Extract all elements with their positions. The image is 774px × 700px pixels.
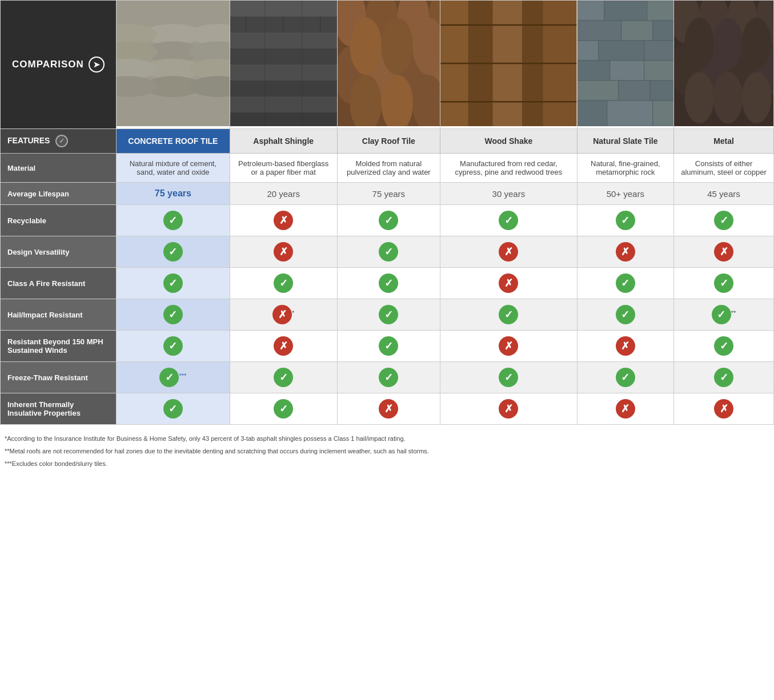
asphalt-roof-img	[230, 1, 337, 126]
wind-row-label: Resistant Beyond 150 MPH Sustained Winds	[1, 331, 117, 362]
wind-row: Resistant Beyond 150 MPH Sustained Winds…	[1, 331, 774, 362]
col-label-slate: Natural Slate Tile	[593, 136, 657, 146]
check-icon: ✓	[274, 368, 293, 387]
recyclable-row-label: Recyclable	[1, 205, 117, 236]
check-icon: ✓	[163, 305, 183, 324]
col-label-wood: Wood Shake	[484, 136, 532, 146]
check-icon: ✓	[616, 211, 635, 230]
fire-row-label: Class A Fire Resistant	[1, 268, 117, 299]
thermal-asphalt: ✓	[230, 393, 337, 425]
x-icon: ✗	[499, 273, 518, 293]
x-icon: ✗	[274, 242, 293, 262]
thermal-row: Inherent Thermally Insulative Properties…	[1, 393, 774, 425]
wind-clay: ✓	[337, 331, 440, 362]
wind-slate: ✗	[577, 331, 674, 362]
x-icon: ✗	[499, 399, 518, 419]
svg-rect-54	[440, 1, 576, 126]
wind-asphalt: ✗	[230, 331, 337, 362]
x-icon: ✗	[616, 242, 635, 262]
svg-rect-13	[117, 1, 230, 126]
comparison-arrow-icon: ➤	[89, 57, 105, 73]
check-icon: ✓	[712, 305, 731, 324]
check-icon: ✓	[714, 211, 733, 230]
lifespan-wood-val: 30 years	[492, 189, 526, 199]
thermal-clay: ✗	[337, 393, 440, 425]
design-clay: ✓	[337, 236, 440, 268]
x-icon: ✗	[274, 211, 293, 230]
thermal-metal: ✗	[674, 393, 774, 425]
thermal-wood: ✗	[440, 393, 577, 425]
material-asphalt: Petroleum-based fiberglass or a paper fi…	[230, 154, 337, 183]
image-header-row: COMPARISON ➤	[1, 1, 774, 129]
check-icon: ✓	[159, 368, 179, 387]
fire-metal: ✓	[674, 268, 774, 299]
material-concrete: Natural mixture of cement, sand, water a…	[116, 154, 230, 183]
footnote-3: ***Excludes color bonded/slurry tiles.	[2, 456, 772, 468]
comparison-table: COMPARISON ➤	[0, 0, 774, 425]
check-icon: ✓	[379, 336, 398, 356]
x-icon: ✗	[272, 305, 292, 324]
design-concrete: ✓	[116, 236, 230, 268]
x-icon: ✗	[616, 336, 635, 356]
svg-rect-90	[674, 1, 773, 126]
features-title: FEATURES	[7, 136, 50, 145]
check-icon: ✓	[163, 242, 183, 262]
metal-img-cell	[674, 1, 774, 129]
recyclable-concrete: ✓	[116, 205, 230, 236]
check-icon: ✓	[499, 368, 518, 387]
recyclable-asphalt: ✗	[230, 205, 337, 236]
column-header-row: FEATURES ✓ CONCRETE ROOF TILE Asphalt Sh…	[1, 129, 774, 154]
freeze-asphalt: ✓	[230, 362, 337, 393]
svg-rect-28	[230, 1, 337, 126]
concrete-roof-img	[117, 1, 230, 126]
fire-row: Class A Fire Resistant ✓ ✓ ✓ ✗ ✓ ✓	[1, 268, 774, 299]
features-label-cell: FEATURES ✓	[1, 129, 117, 154]
hail-concrete: ✓	[116, 299, 230, 331]
material-slate: Natural, fine-grained, metamorphic rock	[577, 154, 674, 183]
recyclable-metal: ✓	[674, 205, 774, 236]
clay-img-cell	[337, 1, 440, 129]
check-icon: ✓	[714, 368, 733, 387]
col-label-metal: Metal	[713, 136, 734, 146]
col-header-clay: Clay Roof Tile	[337, 129, 440, 154]
col-label-asphalt: Asphalt Shingle	[253, 136, 314, 146]
wood-img-cell	[440, 1, 577, 129]
check-icon: ✓	[379, 273, 398, 293]
footnote-1: *According to the Insurance Institute fo…	[2, 431, 772, 443]
lifespan-metal-val: 45 years	[707, 189, 740, 199]
hail-asphalt: ✗*	[230, 299, 337, 331]
check-icon: ✓	[499, 305, 518, 324]
hail-row: Hail/Impact Resistant ✓ ✗* ✓ ✓ ✓ ✓**	[1, 299, 774, 331]
freeze-metal: ✓	[674, 362, 774, 393]
footnote-2: **Metal roofs are not recommended for ha…	[2, 443, 772, 456]
fire-asphalt: ✓	[230, 268, 337, 299]
check-icon: ✓	[714, 336, 733, 356]
metal-roof-img	[674, 1, 773, 126]
lifespan-concrete-val: 75 years	[155, 188, 191, 198]
check-icon: ✓	[616, 273, 635, 293]
check-icon: ✓	[163, 273, 183, 293]
lifespan-clay-val: 75 years	[372, 189, 406, 199]
lifespan-slate-val: 50+ years	[607, 189, 644, 199]
x-icon: ✗	[499, 242, 518, 262]
design-metal: ✗	[674, 236, 774, 268]
wind-metal: ✓	[674, 331, 774, 362]
col-label-clay: Clay Roof Tile	[362, 136, 415, 146]
material-metal-val: Consists of either aluminum, steel or co…	[681, 159, 767, 176]
check-icon: ✓	[379, 242, 398, 262]
lifespan-row-label: Average Lifespan	[1, 183, 117, 205]
recyclable-wood: ✓	[440, 205, 577, 236]
check-icon: ✓	[379, 211, 398, 230]
thermal-slate: ✗	[577, 393, 674, 425]
design-row: Design Versatility ✓ ✗ ✓ ✗ ✗ ✗	[1, 236, 774, 268]
design-asphalt: ✗	[230, 236, 337, 268]
check-icon: ✓	[163, 336, 183, 356]
col-label-concrete: CONCRETE ROOF TILE	[128, 136, 218, 146]
asphalt-img-cell	[230, 1, 337, 129]
lifespan-concrete: 75 years	[116, 183, 230, 205]
check-icon: ✓	[163, 399, 183, 419]
check-icon: ✓	[499, 211, 518, 230]
col-header-wood: Wood Shake	[440, 129, 577, 154]
wind-concrete: ✓	[116, 331, 230, 362]
col-header-asphalt: Asphalt Shingle	[230, 129, 337, 154]
